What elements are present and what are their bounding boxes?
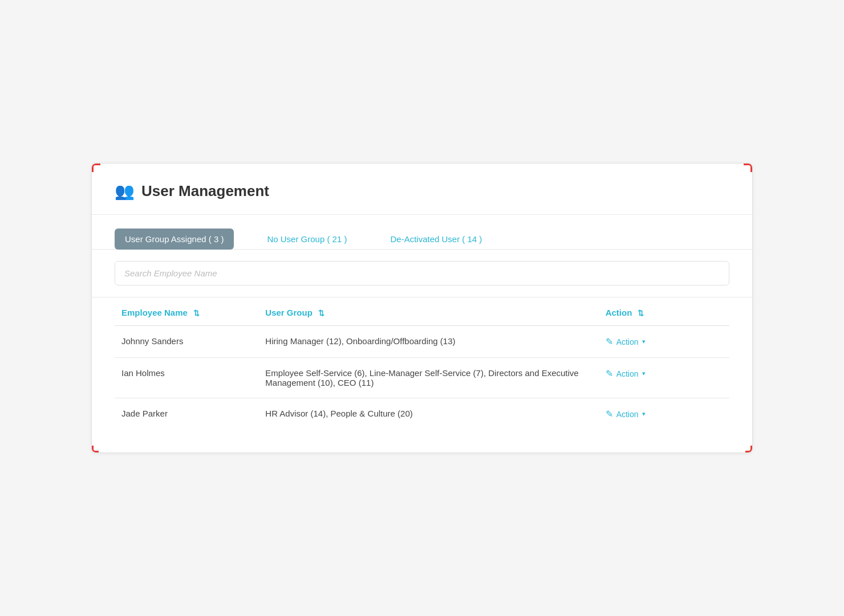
chevron-down-icon: ▾ <box>642 338 646 345</box>
edit-icon: ✎ <box>606 336 613 347</box>
cell-action: ✎Action▾ <box>599 358 729 398</box>
users-table: Employee Name ⇅ User Group ⇅ Action ⇅ Jo… <box>115 297 729 430</box>
table-section: Employee Name ⇅ User Group ⇅ Action ⇅ Jo… <box>92 297 752 452</box>
sort-employee-icon[interactable]: ⇅ <box>193 309 200 317</box>
action-button-3[interactable]: ✎Action▾ <box>606 409 646 419</box>
col-header-employee-name[interactable]: Employee Name ⇅ <box>115 297 258 326</box>
search-section <box>92 250 752 297</box>
chevron-down-icon: ▾ <box>642 370 646 377</box>
tab-no-user-group[interactable]: No User Group ( 21 ) <box>257 229 357 250</box>
sort-action-icon[interactable]: ⇅ <box>638 309 644 317</box>
page-title: User Management <box>141 182 269 200</box>
table-row: Jade ParkerHR Advisor (14), People & Cul… <box>115 398 729 430</box>
cell-user-group: Hiring Manager (12), Onboarding/Offboard… <box>258 326 598 358</box>
tabs-container: User Group Assigned ( 3 ) No User Group … <box>92 215 752 250</box>
cell-action: ✎Action▾ <box>599 326 729 358</box>
tab-user-group-assigned[interactable]: User Group Assigned ( 3 ) <box>115 229 234 250</box>
table-row: Ian HolmesEmployee Self-Service (6), Lin… <box>115 358 729 398</box>
user-management-icon: 👥 <box>115 182 135 201</box>
card-header: 👥 User Management <box>92 164 752 215</box>
cell-user-group: Employee Self-Service (6), Line-Manager … <box>258 358 598 398</box>
chevron-down-icon: ▾ <box>642 410 646 418</box>
cell-action: ✎Action▾ <box>599 398 729 430</box>
table-row: Johnny SandersHiring Manager (12), Onboa… <box>115 326 729 358</box>
main-card: 👥 User Management User Group Assigned ( … <box>91 163 753 453</box>
tab-deactivated-user[interactable]: De-Activated User ( 14 ) <box>380 229 492 250</box>
cell-employee-name: Ian Holmes <box>115 358 258 398</box>
edit-icon: ✎ <box>606 409 613 419</box>
action-button-1[interactable]: ✎Action▾ <box>606 336 646 347</box>
cell-user-group: HR Advisor (14), People & Culture (20) <box>258 398 598 430</box>
action-button-2[interactable]: ✎Action▾ <box>606 368 646 379</box>
sort-usergroup-icon[interactable]: ⇅ <box>318 309 324 317</box>
edit-icon: ✎ <box>606 368 613 379</box>
cell-employee-name: Johnny Sanders <box>115 326 258 358</box>
col-header-user-group[interactable]: User Group ⇅ <box>258 297 598 326</box>
table-header-row: Employee Name ⇅ User Group ⇅ Action ⇅ <box>115 297 729 326</box>
col-header-action[interactable]: Action ⇅ <box>599 297 729 326</box>
cell-employee-name: Jade Parker <box>115 398 258 430</box>
search-input[interactable] <box>115 261 729 285</box>
